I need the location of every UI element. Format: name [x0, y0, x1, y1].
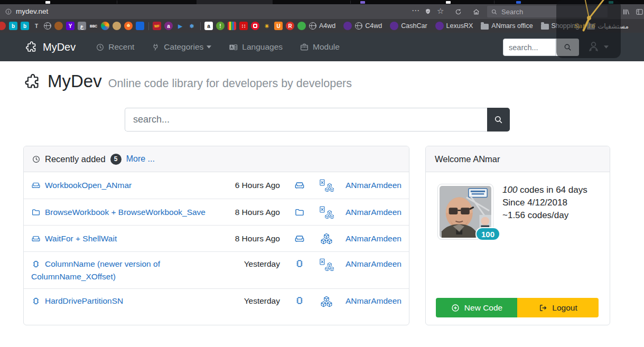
bookmark-item[interactable] — [136, 22, 144, 30]
translate-icon — [228, 42, 238, 52]
page-subtitle: Online code library for developers by de… — [108, 77, 352, 90]
bookmarks-bar[interactable]: bbTYعBBCWFa▶❄a!∷✳URA4wdC4wdCashCarLexusR… — [0, 19, 644, 33]
sun-icon — [124, 22, 133, 30]
brand[interactable]: MyDev — [25, 41, 76, 53]
bookmark-item[interactable]: ▶ — [176, 22, 184, 30]
main-search-input[interactable] — [125, 108, 487, 132]
bookmark-item[interactable] — [124, 22, 133, 30]
author-link[interactable]: ANmarAmdeen — [340, 232, 403, 245]
bookmark-item[interactable]: Y — [66, 22, 74, 30]
plug-icon — [151, 43, 160, 52]
tab-favicon-sliver — [360, 1, 365, 4]
bookmark-item[interactable]: ! — [216, 22, 225, 30]
nav-item-module[interactable]: Module — [300, 42, 340, 52]
bookmark-item[interactable] — [251, 22, 259, 30]
code-name-cell: WorkbookOpen_ANmar — [31, 179, 234, 192]
bookmark-c4wd[interactable]: C4wd — [355, 22, 387, 30]
code-link[interactable]: BrowseWorkbook + BrowseWorkbook_Save — [45, 208, 206, 217]
welcome-panel: Welcome ANmar — [425, 146, 610, 325]
nav-item-languages[interactable]: Languages — [228, 42, 283, 52]
nav-item-recent[interactable]: Recent — [96, 42, 134, 52]
clock-center-dot — [587, 16, 591, 20]
bookmark-a4wd[interactable]: A4wd — [309, 22, 340, 30]
bookmark-lexusrx[interactable]: LexusRX — [435, 22, 478, 30]
chevron-down-icon — [207, 45, 211, 49]
info-icon[interactable] — [5, 8, 12, 15]
library-icon[interactable] — [622, 8, 630, 16]
box-icon — [294, 180, 305, 191]
shopping-bag-icon — [228, 22, 236, 30]
bookmark-label: CashCar — [401, 22, 427, 30]
nav-item-categories[interactable]: Categories — [151, 42, 211, 52]
recently-added-header: Recently added 5 More ... — [24, 146, 409, 172]
bookmark-item[interactable]: WF — [153, 22, 161, 30]
code-link[interactable]: WaitFor + ShellWait — [45, 234, 117, 243]
browser-url-bar[interactable]: mydev.net ⋯ ☆ Search — [0, 4, 644, 19]
bookmark-item[interactable]: ع — [78, 22, 86, 30]
bookmark-star-icon[interactable]: ☆ — [437, 6, 444, 16]
bookmark-item[interactable] — [0, 22, 6, 30]
module-icon-cell — [313, 295, 340, 308]
active-tab[interactable] — [197, 0, 273, 4]
code-link[interactable]: HardDrivePartitionSN — [45, 296, 123, 305]
amazon-icon: a — [204, 22, 213, 30]
bookmark-item[interactable]: ❄ — [188, 22, 196, 30]
bookmark-item[interactable]: BBC — [89, 22, 98, 30]
author-link[interactable]: ANmarAmdeen — [340, 206, 403, 219]
bookmark-separator — [200, 22, 201, 30]
bookmark-item[interactable]: ✳ — [263, 22, 271, 30]
more-link[interactable]: More ... — [126, 154, 155, 164]
bookmark-item[interactable] — [297, 22, 306, 30]
chip-icon — [31, 259, 41, 269]
chip-icon — [294, 258, 305, 269]
author-link[interactable]: ANmarAmdeen — [340, 179, 403, 192]
clock-icon — [32, 155, 41, 164]
tab-separator — [494, 1, 494, 4]
bookmark-item[interactable] — [54, 22, 63, 30]
code-link[interactable]: ColumnName (newer version of ColumnName_… — [31, 259, 160, 281]
code-name-cell: ColumnName (newer version of ColumnName_… — [31, 258, 234, 283]
clock-date-label: Sat 16 — [574, 22, 595, 30]
bookmark-item[interactable]: U — [274, 22, 283, 30]
clock-widget-overlay: Sat 16 — [556, 0, 621, 58]
bookmark-item[interactable] — [228, 22, 236, 30]
bookmark-label: C4wd — [365, 22, 382, 30]
table-row: WaitFor + ShellWait 8 Hours Ago ANmarAmd… — [24, 225, 409, 251]
author-link[interactable]: ANmarAmdeen — [340, 258, 403, 270]
bookmark-item[interactable]: R — [286, 22, 294, 30]
puzzle-icon — [24, 73, 42, 90]
bookmark-item[interactable]: b — [9, 22, 17, 30]
author-link[interactable]: ANmarAmdeen — [340, 295, 403, 307]
sidebar-icon[interactable] — [636, 8, 643, 16]
bookmark-item[interactable] — [101, 22, 109, 30]
main-search-button[interactable] — [487, 108, 510, 132]
bookmark-item[interactable]: b — [21, 22, 29, 30]
tab-favicon-sliver — [516, 1, 521, 4]
nav-label: Categories — [164, 42, 203, 52]
pocket-shield-icon[interactable] — [424, 8, 432, 15]
bookmark-item[interactable] — [113, 22, 121, 30]
new-code-button[interactable]: New Code — [436, 298, 517, 317]
code-link[interactable]: WorkbookOpen_ANmar — [45, 181, 132, 190]
bookmark-label: A4wd — [319, 22, 335, 30]
bookmark-item[interactable]: a — [204, 22, 213, 30]
type-icon-cell — [286, 295, 313, 306]
navbar-search-input[interactable] — [503, 39, 556, 56]
bookmark-item[interactable]: a — [164, 22, 173, 30]
url-text[interactable]: mydev.net — [16, 7, 48, 15]
bookmark-cashcar[interactable]: CashCar — [390, 22, 432, 30]
bookmark-item[interactable] — [343, 22, 352, 30]
spiral-icon — [54, 22, 63, 30]
bookmark-item[interactable]: T — [32, 22, 41, 30]
user-stats: 100 codes in 64 days Since 4/12/2018 ~1.… — [502, 184, 587, 222]
browser-tab-strip[interactable] — [0, 0, 644, 4]
cubes-excel-icon — [320, 179, 334, 192]
logout-button[interactable]: Logout — [517, 298, 599, 317]
bookmark-anmars-office[interactable]: ANmars office — [481, 22, 537, 30]
bookmark-item[interactable]: ∷ — [239, 22, 248, 30]
bookmark-item[interactable] — [44, 22, 51, 30]
page-actions-icon[interactable]: ⋯ — [412, 6, 420, 15]
home-icon[interactable] — [472, 8, 480, 16]
time-cell: 8 Hours Ago — [234, 232, 286, 245]
refresh-icon[interactable] — [454, 8, 462, 16]
